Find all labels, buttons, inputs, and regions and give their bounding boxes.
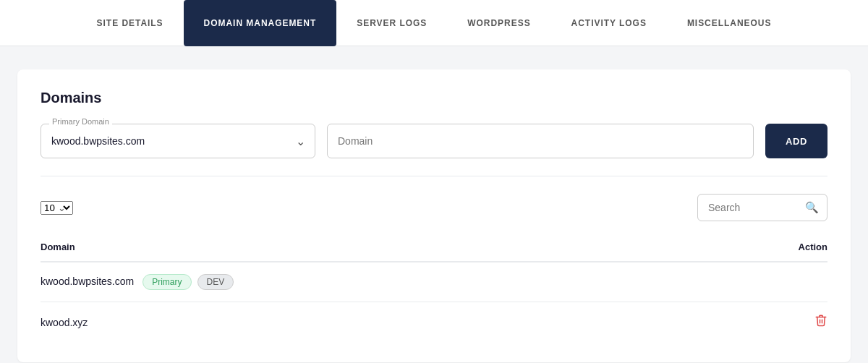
- badge-primary: Primary: [142, 274, 191, 290]
- main-content: Domains Primary Domain kwood.bwpsites.co…: [0, 46, 868, 363]
- primary-domain-select[interactable]: kwood.bwpsites.com: [41, 124, 315, 158]
- per-page-wrapper: 10 25 50 100 ⌄: [41, 201, 73, 215]
- domain-text: kwood.xyz: [41, 317, 88, 328]
- domain-input-row: Primary Domain kwood.bwpsites.com ⌄ ADD: [41, 124, 827, 158]
- tab-server-logs[interactable]: SERVER LOGS: [336, 0, 447, 46]
- domains-card: Domains Primary Domain kwood.bwpsites.co…: [17, 69, 851, 362]
- action-cell: [724, 302, 827, 343]
- per-page-select[interactable]: 10 25 50 100: [41, 201, 73, 215]
- table-row: kwood.bwpsites.comPrimaryDEV: [41, 262, 827, 302]
- col-domain: Domain: [41, 233, 724, 262]
- badge-dev: DEV: [197, 274, 234, 290]
- primary-domain-select-wrapper: Primary Domain kwood.bwpsites.com ⌄: [41, 124, 315, 158]
- tab-activity-logs[interactable]: ACTIVITY LOGS: [551, 0, 667, 46]
- tab-wordpress[interactable]: WORDPRESS: [447, 0, 550, 46]
- table-controls: 10 25 50 100 ⌄ 🔍: [41, 194, 827, 221]
- top-nav: SITE DETAILS DOMAIN MANAGEMENT SERVER LO…: [0, 0, 868, 46]
- section-title: Domains: [41, 90, 827, 106]
- table-row: kwood.xyz: [41, 302, 827, 343]
- tab-site-details[interactable]: SITE DETAILS: [77, 0, 184, 46]
- domain-cell: kwood.xyz: [41, 302, 724, 343]
- col-action: Action: [724, 233, 827, 262]
- add-button[interactable]: ADD: [765, 124, 827, 158]
- domain-text: kwood.bwpsites.com: [41, 276, 134, 287]
- badges: PrimaryDEV: [142, 274, 234, 290]
- divider: [41, 176, 827, 176]
- domain-cell: kwood.bwpsites.comPrimaryDEV: [41, 262, 724, 302]
- domain-table: Domain Action kwood.bwpsites.comPrimaryD…: [41, 233, 827, 342]
- action-cell: [724, 262, 827, 302]
- table-header-row: Domain Action: [41, 233, 827, 262]
- primary-domain-label: Primary Domain: [49, 117, 112, 126]
- tab-miscellaneous[interactable]: MISCELLANEOUS: [667, 0, 791, 46]
- delete-icon[interactable]: [814, 315, 827, 330]
- tab-domain-management[interactable]: DOMAIN MANAGEMENT: [184, 0, 337, 46]
- domain-text-input[interactable]: [327, 124, 754, 158]
- search-input[interactable]: [697, 194, 827, 221]
- search-wrapper: 🔍: [697, 194, 827, 221]
